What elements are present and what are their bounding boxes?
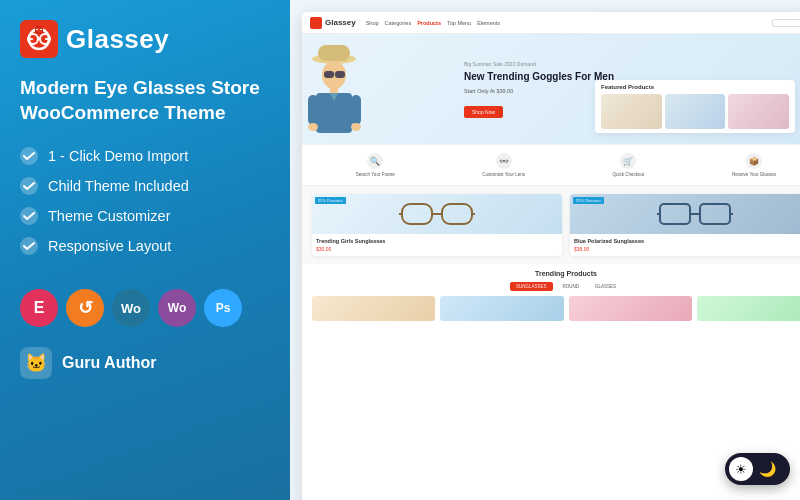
product-card-2: 35% Discount Blue Polarized Sunglasses $… xyxy=(570,194,800,256)
plugin-icons: E ↺ Wo Wo Ps xyxy=(20,289,270,327)
product-img-1: 25% Discount xyxy=(312,194,562,234)
hero-price: Start Only At $39.00 xyxy=(464,88,614,94)
trending-item-2 xyxy=(440,296,563,321)
svg-rect-18 xyxy=(335,71,345,78)
featured-items xyxy=(601,94,789,129)
svg-rect-23 xyxy=(351,95,361,125)
customize-label: Customize Your Lens xyxy=(482,172,525,177)
feature-label-3: Theme Customizer xyxy=(48,208,170,224)
preview-search-area xyxy=(772,19,800,27)
hero-title: New Trending Goggles For Men xyxy=(464,70,614,83)
check-icon-1 xyxy=(20,147,38,165)
featured-item-3 xyxy=(728,94,789,129)
nav-categories[interactable]: Categories xyxy=(385,20,412,26)
wordpress-icon: Wo xyxy=(112,289,150,327)
preview-features-row: 🔍 Search Your Frame 👓 Customize Your Len… xyxy=(302,144,800,186)
customize-lens-icon: 👓 xyxy=(496,153,512,169)
hero-small-text: Big Summer Sale 2022 Demand xyxy=(464,61,614,67)
svg-point-25 xyxy=(351,123,361,131)
product-info-2: Blue Polarized Sunglasses $38.00 xyxy=(570,234,800,256)
product-glasses-2 xyxy=(570,194,800,234)
preview-trending: Trending Products SUNGLASSES ROUND GLASS… xyxy=(302,264,800,327)
check-icon-4 xyxy=(20,237,38,255)
svg-rect-4 xyxy=(28,38,33,40)
feature-label-1: 1 - Click Demo Import xyxy=(48,148,188,164)
update-icon: ↺ xyxy=(66,289,104,327)
checkout-label: Quick Checkout xyxy=(613,172,645,177)
featured-label: Featured Products xyxy=(601,84,789,90)
feature-search: 🔍 Search Your Frame xyxy=(356,153,395,177)
svg-rect-17 xyxy=(324,71,334,78)
preview-header: Glassey Shop Categories Products Top Men… xyxy=(302,12,800,34)
photoshop-icon: Ps xyxy=(204,289,242,327)
svg-rect-32 xyxy=(700,204,730,224)
logo-text: Glassey xyxy=(66,24,169,55)
logo-area: Glassey xyxy=(20,20,270,58)
feature-item-3: Theme Customizer xyxy=(20,207,270,225)
product-price-2: $38.00 xyxy=(574,246,800,252)
features-list: 1 - Click Demo Import Child Theme Includ… xyxy=(20,147,270,267)
svg-point-24 xyxy=(308,123,318,131)
svg-rect-27 xyxy=(442,204,472,224)
preview-logo: Glassey xyxy=(310,17,356,29)
trending-tab-sunglasses[interactable]: SUNGLASSES xyxy=(510,282,553,291)
hero-shop-now-btn[interactable]: Shop Now xyxy=(464,106,503,118)
nav-shop[interactable]: Shop xyxy=(366,20,379,26)
glassey-logo-icon xyxy=(20,20,58,58)
product-price-1: $30.00 xyxy=(316,246,558,252)
check-icon-2 xyxy=(20,177,38,195)
main-container: Glassey Modern Eye Glasses Store WooComm… xyxy=(0,0,800,500)
trending-tab-round[interactable]: ROUND xyxy=(557,282,586,291)
trending-tabs: SUNGLASSES ROUND GLASSES xyxy=(312,282,800,291)
right-panel: Shop By Categories Trending Glasses Squa… xyxy=(290,0,800,500)
guru-icon: 🐱 xyxy=(20,347,52,379)
svg-point-7 xyxy=(37,28,42,33)
product-title-2: Blue Polarized Sunglasses xyxy=(574,238,800,244)
nav-products[interactable]: Products xyxy=(417,20,441,26)
svg-rect-26 xyxy=(402,204,432,224)
trending-item-1 xyxy=(312,296,435,321)
feature-item-1: 1 - Click Demo Import xyxy=(20,147,270,165)
svg-rect-31 xyxy=(660,204,690,224)
feature-item-2: Child Theme Included xyxy=(20,177,270,195)
trending-title: Trending Products xyxy=(312,270,800,277)
trending-item-3 xyxy=(569,296,692,321)
preview-products: 25% Discount Trending Girls Sunglasses $… xyxy=(302,186,800,264)
trending-item-4 xyxy=(697,296,800,321)
tagline: Modern Eye Glasses Store WooCommerce The… xyxy=(20,76,270,125)
nav-elements[interactable]: Elements xyxy=(477,20,500,26)
elementor-icon: E xyxy=(20,289,58,327)
guru-author: 🐱 Guru Author xyxy=(20,347,270,379)
product-title-1: Trending Girls Sunglasses xyxy=(316,238,558,244)
dark-mode-toggle[interactable]: ☀ 🌙 xyxy=(725,453,790,485)
quick-checkout-icon: 🛒 xyxy=(620,153,636,169)
svg-text:🐱: 🐱 xyxy=(25,352,48,374)
feature-checkout: 🛒 Quick Checkout xyxy=(613,153,645,177)
svg-rect-5 xyxy=(45,38,50,40)
preview-logo-icon xyxy=(310,17,322,29)
product-badge-2: 35% Discount xyxy=(573,197,604,204)
preview-nav: Shop Categories Products Top Menu Elemen… xyxy=(366,20,500,26)
feature-label-4: Responsive Layout xyxy=(48,238,171,254)
feature-customize: 👓 Customize Your Lens xyxy=(482,153,525,177)
svg-rect-22 xyxy=(308,95,318,125)
featured-products-bar: Featured Products xyxy=(595,80,795,133)
product-badge-1: 25% Discount xyxy=(315,197,346,204)
search-label: Search Your Frame xyxy=(356,172,395,177)
feature-receive: 📦 Receive Your Glasses xyxy=(732,153,776,177)
trending-tab-glasses[interactable]: GLASSES xyxy=(589,282,622,291)
product-info-1: Trending Girls Sunglasses $30.00 xyxy=(312,234,562,256)
product-card-1: 25% Discount Trending Girls Sunglasses $… xyxy=(312,194,562,256)
search-frame-icon: 🔍 xyxy=(367,153,383,169)
product-glasses-1 xyxy=(312,194,562,234)
trending-items xyxy=(312,296,800,321)
guru-author-label: Guru Author xyxy=(62,354,157,372)
receive-label: Receive Your Glasses xyxy=(732,172,776,177)
left-panel: Glassey Modern Eye Glasses Store WooComm… xyxy=(0,0,290,500)
moon-icon: 🌙 xyxy=(759,461,776,477)
check-icon-3 xyxy=(20,207,38,225)
featured-item-1 xyxy=(601,94,662,129)
preview-search-box[interactable] xyxy=(772,19,800,27)
nav-topmenu[interactable]: Top Menu xyxy=(447,20,471,26)
featured-item-2 xyxy=(665,94,726,129)
